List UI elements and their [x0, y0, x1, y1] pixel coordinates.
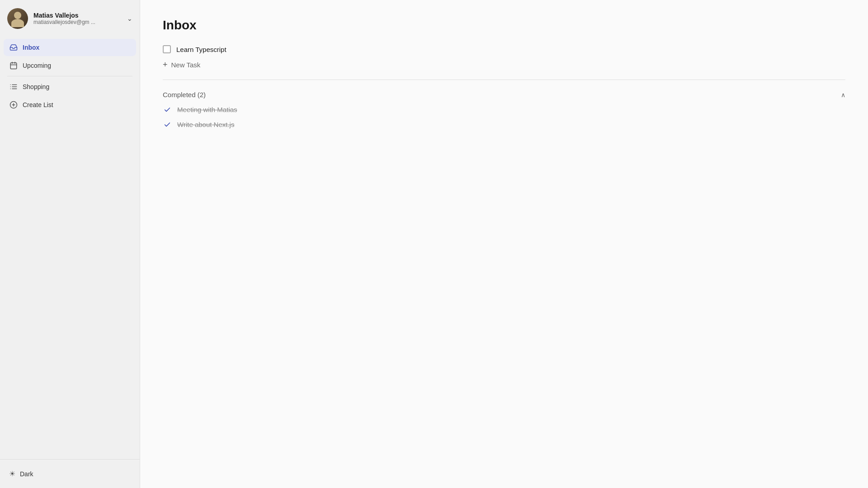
sidebar: Matias Vallejos matiasvallejosdev@gm ...… — [0, 0, 140, 488]
sun-icon: ☀ — [9, 469, 15, 478]
avatar — [7, 8, 28, 29]
completed-task-label: Meeting with Matias — [177, 106, 237, 113]
sidebar-bottom: ☀ Dark — [0, 459, 140, 488]
user-info: Matias Vallejos matiasvallejosdev@gm ... — [33, 12, 122, 25]
sidebar-item-upcoming[interactable]: Upcoming — [4, 57, 136, 74]
completed-title: Completed (2) — [163, 91, 206, 99]
task-label: Learn Typescript — [176, 46, 226, 53]
user-email: matiasvallejosdev@gm ... — [33, 19, 122, 25]
completed-task-item: Meeting with Matias — [163, 102, 845, 117]
sidebar-item-shopping-label: Shopping — [23, 83, 49, 90]
dark-mode-label: Dark — [20, 470, 33, 478]
check-icon — [163, 106, 172, 113]
inbox-icon — [9, 43, 18, 52]
avatar-image — [7, 8, 28, 29]
page-title: Inbox — [163, 18, 845, 33]
sidebar-item-create-list[interactable]: Create List — [4, 96, 136, 113]
sidebar-item-upcoming-label: Upcoming — [23, 62, 51, 69]
chevron-down-icon: ⌄ — [127, 15, 132, 22]
list-icon — [9, 82, 18, 91]
user-name: Matias Vallejos — [33, 12, 122, 19]
sidebar-item-shopping[interactable]: Shopping — [4, 78, 136, 95]
completed-task-item: Write about Next.js — [163, 117, 845, 132]
nav-list: Inbox Upcoming — [0, 37, 140, 459]
section-divider — [163, 80, 845, 80]
nav-divider — [7, 76, 132, 76]
dark-mode-button[interactable]: ☀ Dark — [7, 467, 132, 481]
sidebar-item-create-list-label: Create List — [23, 101, 53, 108]
svg-rect-0 — [10, 63, 17, 69]
user-profile[interactable]: Matias Vallejos matiasvallejosdev@gm ...… — [0, 0, 140, 37]
check-icon — [163, 121, 172, 128]
sidebar-item-inbox[interactable]: Inbox — [4, 39, 136, 56]
sidebar-item-inbox-label: Inbox — [23, 44, 39, 51]
completed-task-list: Meeting with Matias Write about Next.js — [163, 102, 845, 132]
plus-icon: + — [163, 61, 168, 69]
task-list: Learn Typescript — [163, 42, 845, 57]
new-task-label: New Task — [171, 61, 201, 69]
chevron-up-icon: ∧ — [841, 91, 845, 99]
plus-circle-icon — [9, 100, 18, 109]
main-content: Inbox Learn Typescript + New Task Comple… — [140, 0, 868, 488]
new-task-button[interactable]: + New Task — [163, 57, 200, 72]
task-checkbox[interactable] — [163, 45, 171, 53]
task-item: Learn Typescript — [163, 42, 845, 57]
completed-task-label: Write about Next.js — [177, 121, 234, 128]
completed-section-header[interactable]: Completed (2) ∧ — [163, 87, 845, 102]
calendar-icon — [9, 61, 18, 70]
